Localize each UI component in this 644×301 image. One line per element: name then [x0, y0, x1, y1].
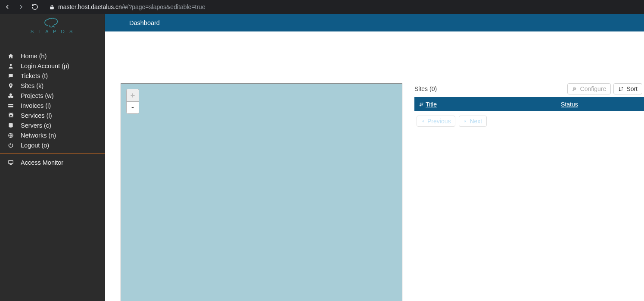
- prev-label: Previous: [427, 118, 451, 125]
- cloud-icon: [42, 18, 63, 28]
- sidebar-item-networks[interactable]: Networks (n): [0, 130, 105, 140]
- configure-button[interactable]: Configure: [567, 83, 611, 94]
- table-header: Title Status: [414, 97, 644, 111]
- sidebar-item-logout[interactable]: Logout (o): [0, 140, 105, 150]
- sidebar-item-label: Services (l): [21, 112, 52, 119]
- address-bar[interactable]: master.host.daetalus.cn/#/?page=slapos&e…: [45, 1, 641, 13]
- sidebar-item-sites[interactable]: Sites (k): [0, 81, 105, 91]
- content-area: Dashboard + - Sites (0): [105, 14, 644, 301]
- sidebar-item-label: Access Monitor: [21, 159, 63, 166]
- card-icon: [8, 103, 15, 109]
- pager: Previous Next: [414, 111, 644, 131]
- zoom-in-button[interactable]: +: [127, 89, 139, 101]
- pin-icon: [8, 83, 15, 89]
- sidebar-item-label: Invoices (i): [21, 102, 51, 109]
- back-button[interactable]: [3, 3, 11, 11]
- sidebar-item-label: Servers (c): [21, 122, 51, 129]
- sidebar-item-access-monitor[interactable]: Access Monitor: [0, 157, 105, 167]
- url-path: /#/?page=slapos&editable=true: [122, 3, 205, 10]
- sidebar-item-label: Logout (o): [21, 142, 49, 149]
- prev-button[interactable]: Previous: [417, 116, 455, 127]
- home-icon: [8, 53, 15, 59]
- cubes-icon: [8, 93, 15, 99]
- gear-icon: [8, 113, 15, 119]
- next-label: Next: [470, 118, 482, 125]
- zoom-out-button[interactable]: -: [127, 101, 139, 113]
- sort-button[interactable]: Sort: [613, 83, 642, 94]
- col-title[interactable]: Title: [414, 101, 557, 108]
- url-host: master.host.daetalus.cn: [58, 3, 122, 10]
- svg-rect-5: [9, 160, 13, 163]
- sidebar-item-projects[interactable]: Projects (w): [0, 91, 105, 100]
- user-icon: [8, 63, 15, 69]
- topbar: Dashboard: [105, 14, 644, 31]
- sidebar-item-label: Projects (w): [21, 92, 54, 99]
- lock-icon: [49, 4, 55, 10]
- sort-icon: [618, 86, 624, 92]
- sidebar-item-label: Home (h): [21, 53, 47, 60]
- sidebar-item-tickets[interactable]: Tickets (t): [0, 71, 105, 81]
- configure-label: Configure: [580, 85, 607, 92]
- database-icon: [8, 122, 15, 129]
- caret-right-icon: [464, 119, 467, 123]
- sort-label: Sort: [626, 85, 638, 92]
- chat-icon: [8, 73, 15, 79]
- sidebar-item-label: Login Account (p): [21, 63, 69, 69]
- zoom-control: + -: [126, 89, 139, 114]
- svg-rect-2: [8, 105, 13, 106]
- col-status[interactable]: Status: [557, 101, 582, 108]
- forward-button[interactable]: [17, 3, 25, 11]
- sidebar-item-invoices[interactable]: Invoices (i): [0, 100, 105, 110]
- sidebar-item-label: Networks (n): [21, 132, 56, 139]
- next-button[interactable]: Next: [459, 116, 487, 127]
- wrench-icon: [572, 86, 578, 92]
- svg-point-0: [10, 64, 12, 66]
- minus-icon: -: [131, 103, 134, 112]
- sidebar-divider: [0, 154, 105, 154]
- nav-primary: Home (h) Login Account (p) Tickets (t) S…: [0, 38, 105, 167]
- col-status-label: Status: [561, 101, 578, 108]
- sidebar-item-label: Sites (k): [21, 82, 44, 89]
- sidebar-item-label: Tickets (t): [21, 72, 48, 79]
- monitor-icon: [8, 160, 15, 166]
- browser-chrome: master.host.daetalus.cn/#/?page=slapos&e…: [0, 0, 644, 14]
- page-title: Dashboard: [129, 19, 160, 26]
- globe-icon: [8, 132, 15, 138]
- sort-asc-icon: [419, 102, 424, 107]
- sites-panel: Sites (0) Configure Sort: [414, 83, 644, 301]
- power-icon: [8, 142, 15, 148]
- col-title-label: Title: [426, 101, 437, 108]
- logo-text: S L A P O S: [31, 29, 74, 34]
- plus-icon: +: [131, 91, 135, 100]
- sites-title: Sites (0): [414, 85, 437, 92]
- sidebar-item-home[interactable]: Home (h): [0, 51, 105, 61]
- sidebar-item-services[interactable]: Services (l): [0, 110, 105, 120]
- sidebar-item-servers[interactable]: Servers (c): [0, 120, 105, 130]
- reload-button[interactable]: [31, 3, 39, 11]
- map-panel[interactable]: + -: [121, 83, 402, 301]
- caret-left-icon: [421, 119, 425, 123]
- sidebar: S L A P O S Home (h) Login Account (p) T…: [0, 14, 105, 301]
- logo[interactable]: S L A P O S: [0, 14, 105, 38]
- sidebar-item-login[interactable]: Login Account (p): [0, 61, 105, 71]
